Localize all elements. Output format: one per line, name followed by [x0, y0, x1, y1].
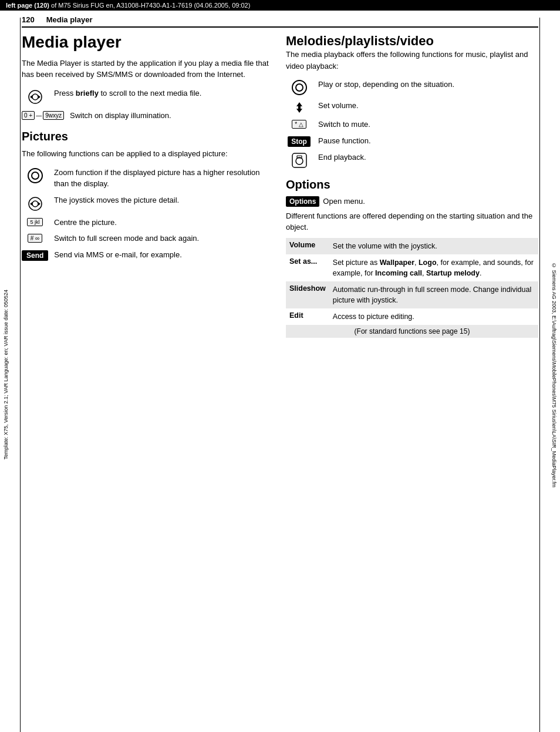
pictures-centre-desc: Centre the picture. [54, 217, 274, 229]
page-label-bold: left page (120) [6, 2, 49, 9]
options-table: Volume Set the volume with the joystick.… [286, 238, 538, 338]
svg-marker-10 [296, 109, 302, 113]
pictures-centre-icon-cell: 5 jkl [22, 217, 48, 226]
volume-icon-svg [293, 101, 306, 114]
melodies-mute-icon-cell: * △ [286, 119, 312, 129]
options-row-volume: Volume Set the volume with the joystick. [286, 238, 538, 254]
incoming-call-bold: Incoming call [375, 269, 422, 277]
options-button: Options [286, 196, 319, 207]
send-button-icon: Send [22, 250, 48, 261]
media-player-item-kbd: 0 + — 9wxyz Switch on display illuminati… [22, 110, 274, 122]
kbd-9-key: 9wxyz [43, 111, 64, 120]
volume-arrows-icon [293, 101, 306, 114]
options-val-setas: Set picture as Wallpaper, Logo, for exam… [329, 254, 538, 281]
options-open-menu-text: Open menu. [323, 197, 365, 206]
options-different-functions: Different functions are offered dependin… [286, 210, 538, 233]
sidebar-left-text: Template: X75, Version 2.1; VAR Language… [3, 290, 10, 459]
svg-marker-3 [38, 95, 41, 99]
media-player-intro: The Media Player is started by the appli… [22, 58, 274, 80]
page-section-header: 120 Media player [22, 11, 538, 28]
pictures-send-desc: Send via MMS or e-mail, for example. [54, 249, 274, 261]
options-heading: Options [286, 177, 538, 192]
options-key-volume: Volume [286, 238, 329, 254]
melodies-item-circle: Play or stop, depending on the situation… [286, 79, 538, 95]
circle-button-inner [31, 172, 39, 180]
col-right: Melodies/playlists/video The media playb… [286, 33, 538, 338]
pictures-joystick-desc: The joystick moves the picture detail. [54, 194, 274, 206]
svg-point-12 [296, 157, 303, 164]
section-title-header: Media player [46, 15, 93, 24]
melodies-item-mute: * △ Switch to mute. [286, 119, 538, 130]
options-open-row: Options Open menu. [286, 196, 538, 207]
pictures-send-icon-cell: Send [22, 249, 48, 261]
svg-marker-7 [38, 202, 41, 206]
joystick-icon [27, 89, 43, 105]
melodies-circle-icon [292, 80, 307, 95]
options-key-setas: Set as... [286, 254, 329, 281]
pictures-hash-desc: Switch to full screen mode and back agai… [54, 233, 274, 244]
melodies-circle-inner [295, 83, 303, 92]
hash-kbd-icon: # ∞ [28, 234, 42, 243]
joystick-icon-cell [22, 88, 48, 105]
two-col-layout: Media player The Media Player is started… [22, 33, 538, 338]
options-key-slideshow: Slideshow [286, 281, 329, 308]
sidebar-right-text: © Siemens AG 2003, E:\Auftrag\Siemens\Mo… [550, 263, 557, 488]
pictures-hash-icon-cell: # ∞ [22, 233, 48, 243]
kbd-0-key: 0 + [22, 111, 35, 120]
col-left: Media player The Media Player is started… [22, 33, 274, 338]
melodies-stop-icon-cell: Stop [286, 135, 312, 147]
sidebar-left: Template: X75, Version 2.1; VAR Language… [0, 18, 13, 732]
top-header-text: left page (120) of M75 Sirius FUG en, A3… [6, 2, 250, 9]
kbd-display-icon: 0 + — 9wxyz [22, 111, 64, 120]
melodies-circle-desc: Play or stop, depending on the situation… [318, 79, 538, 90]
media-player-joystick-desc: Press briefly to scroll to the next medi… [54, 88, 274, 99]
options-key-edit: Edit [286, 308, 329, 325]
svg-point-1 [32, 94, 38, 100]
pictures-item-circle: Zoom function if the displayed picture h… [22, 167, 274, 190]
options-val-volume: Set the volume with the joystick. [329, 238, 538, 254]
svg-marker-6 [30, 202, 32, 206]
melodies-item-end: End playback. [286, 152, 538, 168]
vline-right [539, 18, 540, 732]
svg-marker-8 [296, 102, 302, 106]
melodies-mute-desc: Switch to mute. [318, 119, 538, 130]
pictures-joystick-icon [27, 196, 43, 212]
centre-kbd-icon: 5 jkl [27, 218, 42, 226]
logo-bold: Logo [419, 258, 437, 267]
options-row-slideshow: Slideshow Automatic run-through in full … [286, 281, 538, 308]
melodies-item-volume: Set volume. [286, 100, 538, 114]
melodies-item-stop: Stop Pause function. [286, 135, 538, 147]
pictures-circle-desc: Zoom function if the displayed picture h… [54, 167, 274, 190]
melodies-volume-desc: Set volume. [318, 100, 538, 112]
melodies-stop-desc: Pause function. [318, 135, 538, 147]
options-row-setas: Set as... Set picture as Wallpaper, Logo… [286, 254, 538, 281]
top-header-full-text: of M75 Sirius FUG en, A31008-H7430-A1-1-… [51, 2, 250, 9]
sidebar-right: © Siemens AG 2003, E:\Auftrag\Siemens\Mo… [547, 18, 560, 732]
melodies-heading: Melodies/playlists/video [286, 33, 538, 49]
briefly-bold: briefly [76, 89, 99, 98]
pictures-intro: The following functions can be applied t… [22, 148, 274, 160]
options-val-slideshow: Automatic run-through in full screen mod… [329, 281, 538, 308]
melodies-end-icon-cell [286, 152, 312, 168]
pictures-item-send: Send Send via MMS or e-mail, for example… [22, 249, 274, 261]
options-footer-text: (For standard functions see page 15) [286, 325, 538, 338]
kbd-display-icon-cell: 0 + — 9wxyz [22, 110, 64, 120]
svg-point-5 [32, 201, 38, 207]
main-content: 120 Media player Media player The Media … [13, 11, 547, 338]
top-header: left page (120) of M75 Sirius FUG en, A3… [0, 0, 560, 11]
vline-left [20, 18, 21, 732]
melodies-circle-icon-cell [286, 79, 312, 95]
startup-melody-bold: Startup melody [426, 269, 480, 277]
star-kbd-icon: * △ [292, 120, 306, 129]
melodies-volume-icon-cell [286, 100, 312, 114]
pictures-heading: Pictures [22, 129, 274, 143]
pictures-item-hash: # ∞ Switch to full screen mode and back … [22, 233, 274, 244]
end-playback-icon [292, 153, 307, 168]
options-footer-row: (For standard functions see page 15) [286, 325, 538, 338]
circle-button-icon [28, 168, 43, 183]
media-player-kbd-desc: Switch on display illumination. [70, 110, 274, 122]
options-val-edit: Access to picture editing. [329, 308, 538, 325]
wallpaper-bold: Wallpaper [380, 258, 414, 267]
pictures-joystick-icon-cell [22, 194, 48, 212]
stop-button-icon: Stop [288, 136, 311, 147]
